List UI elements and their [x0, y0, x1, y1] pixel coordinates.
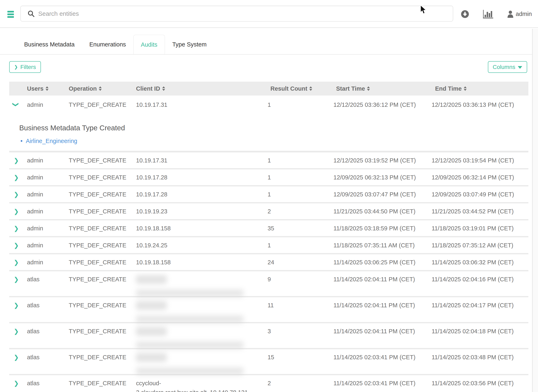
topbar-icons: admin [461, 0, 532, 28]
user-label: admin [516, 11, 532, 17]
cell-user: atlas [24, 349, 66, 375]
search-input[interactable] [38, 8, 453, 20]
column-header-users[interactable]: Users [24, 85, 66, 92]
table-row[interactable]: ❯atlasTYPE_DEF_CREATE1111/14/2025 02:04:… [9, 297, 528, 323]
chevron-right-icon: ❯ [14, 259, 19, 266]
download-icon[interactable] [461, 10, 469, 18]
cell-result-count: 1 [266, 152, 331, 168]
cell-end-time: 11/14/2025 02:04:16 PM (CET) [430, 271, 528, 297]
cell-end-time: 11/14/2025 02:04:18 PM (CET) [430, 323, 528, 349]
sort-icon[interactable] [309, 86, 312, 91]
cell-user: admin [24, 152, 66, 168]
detail-link-airline_engineering[interactable]: Airline_Engineering [26, 138, 77, 144]
cell-result-count: 35 [266, 220, 331, 236]
column-header-label: Users [27, 85, 44, 92]
expand-row-control[interactable]: ❯ [9, 254, 24, 270]
statistics-icon[interactable] [483, 10, 493, 19]
client-id-text: 10.19.18.158 [136, 225, 266, 232]
column-header-start-time[interactable]: Start Time [331, 85, 430, 92]
table-row[interactable]: ❯adminTYPE_DEF_CREATE10.19.18.1582411/14… [9, 254, 528, 271]
cell-operation: TYPE_DEF_CREATE [66, 186, 134, 202]
cell-operation: TYPE_DEF_CREATE [66, 237, 134, 253]
table-row[interactable]: ❯adminTYPE_DEF_CREATE10.19.17.31112/12/2… [9, 97, 528, 114]
cell-start-time: 11/14/2025 02:04:11 PM (CET) [331, 297, 430, 323]
chevron-right-icon: ❯ [14, 225, 19, 232]
table-row[interactable]: ❯atlasTYPE_DEF_CREATE1511/14/2025 02:03:… [9, 349, 528, 375]
cell-end-time: 11/18/2025 03:19:01 PM (CET) [430, 220, 528, 236]
table-row[interactable]: ❯adminTYPE_DEF_CREATE10.19.18.1583511/18… [9, 220, 528, 237]
expand-row-control[interactable]: ❯ [9, 220, 24, 236]
cell-result-count: 24 [266, 254, 331, 270]
cell-client-id: 10.19.17.28 [134, 169, 266, 185]
expand-row-control[interactable]: ❯ [9, 237, 24, 253]
cell-user: admin [24, 186, 66, 202]
chevron-right-icon: ❯ [14, 242, 19, 249]
cell-operation: TYPE_DEF_CREATE [66, 323, 134, 349]
sort-icon[interactable] [162, 86, 165, 91]
table-row[interactable]: ❯atlasTYPE_DEF_CREATE911/14/2025 02:04:1… [9, 271, 528, 297]
expand-row-control[interactable]: ❯ [9, 297, 24, 323]
columns-button[interactable]: Columns [488, 61, 527, 73]
cell-result-count: 2 [266, 203, 331, 219]
audit-table: UsersOperationClient IDResult CountStart… [9, 82, 528, 390]
table-row[interactable]: ❯adminTYPE_DEF_CREATE10.19.24.25111/18/2… [9, 237, 528, 254]
column-header-result-count[interactable]: Result Count [266, 85, 331, 92]
expand-row-control[interactable]: ❯ [9, 375, 24, 392]
column-header-end-time[interactable]: End Time [430, 85, 528, 92]
table-row[interactable]: ❯atlasTYPE_DEF_CREATE311/14/2025 02:04:1… [9, 323, 528, 349]
cell-start-time: 12/09/2025 06:32:13 PM (CET) [331, 169, 430, 185]
column-header-label: End Time [435, 85, 462, 92]
table-row[interactable]: ❯adminTYPE_DEF_CREATE10.19.17.31112/12/2… [9, 152, 528, 169]
cell-start-time: 11/14/2025 02:04:11 PM (CET) [331, 271, 430, 297]
menu-icon[interactable] [7, 11, 14, 19]
tab-type-system[interactable]: Type System [165, 35, 214, 54]
expand-row-control[interactable]: ❯ [9, 203, 24, 219]
tab-business-metadata[interactable]: Business Metadata [17, 35, 82, 54]
expand-row-control[interactable]: ❯ [9, 169, 24, 185]
cell-end-time: 12/12/2025 03:36:13 PM (CET) [430, 97, 528, 114]
expand-row-control[interactable]: ❯ [9, 349, 24, 375]
scroll-gutter[interactable] [533, 29, 538, 392]
expand-row-control[interactable]: ❯ [9, 186, 24, 202]
cell-start-time: 11/14/2025 02:04:11 PM (CET) [331, 323, 430, 349]
table-row[interactable]: ❯adminTYPE_DEF_CREATE10.19.17.28112/09/2… [9, 169, 528, 186]
cell-result-count: 9 [266, 271, 331, 297]
cell-client-id: 10.19.18.158 [134, 254, 266, 270]
sort-icon[interactable] [46, 86, 48, 91]
expand-row-control[interactable]: ❯ [9, 323, 24, 349]
audit-table-body: ❯adminTYPE_DEF_CREATE10.19.17.31112/12/2… [9, 97, 528, 390]
table-row[interactable]: ❯adminTYPE_DEF_CREATE10.19.19.23211/21/2… [9, 203, 528, 220]
chevron-right-icon: ❯ [14, 328, 19, 335]
redacted-client-id [136, 275, 266, 297]
cell-client-id [134, 323, 266, 349]
sort-icon[interactable] [99, 86, 102, 91]
cell-client-id: ccycloud-3.cloudera.root.hwx.site alt. 1… [134, 375, 266, 392]
expand-row-control[interactable]: ❯ [9, 271, 24, 297]
sort-icon[interactable] [367, 86, 370, 91]
cell-start-time: 12/12/2025 03:19:52 PM (CET) [331, 152, 430, 168]
cell-client-id: 10.19.17.28 [134, 186, 266, 202]
chevron-right-icon: ❯ [14, 191, 19, 198]
filters-button[interactable]: ❯ Filters [9, 61, 41, 73]
column-header-operation[interactable]: Operation [66, 85, 134, 92]
cell-start-time: 11/18/2025 03:18:59 PM (CET) [331, 220, 430, 236]
cell-operation: TYPE_DEF_CREATE [66, 254, 134, 270]
sort-icon[interactable] [464, 86, 467, 91]
cell-client-id: 10.19.19.23 [134, 203, 266, 219]
table-row[interactable]: ❯adminTYPE_DEF_CREATE10.19.17.28112/09/2… [9, 186, 528, 203]
tab-audits[interactable]: Audits [133, 35, 165, 54]
column-header-label: Operation [69, 85, 97, 92]
column-header-client-id[interactable]: Client ID [134, 85, 266, 92]
tab-bar: Business MetadataEnumerationsAuditsType … [0, 35, 538, 55]
expand-row-control[interactable]: ❯ [9, 152, 24, 168]
client-id-text: 10.19.18.158 [136, 259, 266, 266]
cell-end-time: 12/09/2025 03:07:49 PM (CET) [430, 186, 528, 202]
cell-result-count: 11 [266, 297, 331, 323]
cell-client-id [134, 349, 266, 375]
audit-detail-title: Business Metadata Type Created [19, 124, 528, 132]
collapse-row-control[interactable]: ❯ [9, 97, 24, 114]
table-row[interactable]: ❯atlasTYPE_DEF_CREATEccycloud-3.cloudera… [9, 375, 528, 390]
user-menu[interactable]: admin [507, 10, 532, 18]
audit-detail-panel: Business Metadata Type CreatedAirline_En… [9, 114, 528, 152]
tab-enumerations[interactable]: Enumerations [82, 35, 133, 54]
